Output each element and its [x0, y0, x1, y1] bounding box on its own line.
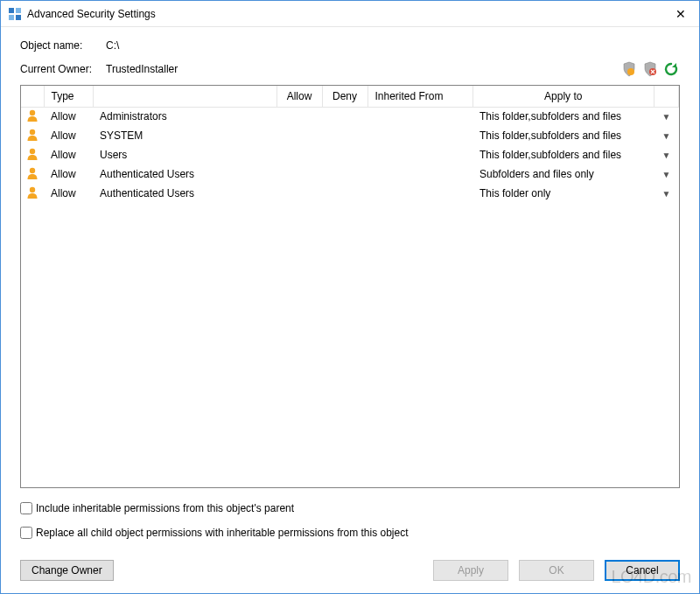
chevron-down-icon[interactable]: ▼	[662, 131, 671, 141]
cell-type: Allow	[44, 145, 93, 164]
cell-principal: SYSTEM	[93, 126, 276, 145]
current-owner-row: Current Owner: TrustedInstaller	[20, 60, 680, 78]
owner-action-shield-1-icon[interactable]	[620, 60, 638, 78]
table-row[interactable]: AllowUsersThis folder,subfolders and fil…	[21, 145, 679, 164]
cell-allow	[276, 107, 322, 126]
user-icon	[25, 147, 39, 161]
table-row[interactable]: AllowAuthenticated UsersSubfolders and f…	[21, 164, 679, 184]
table-row[interactable]: AllowAdministratorsThis folder,subfolder…	[21, 107, 679, 126]
svg-point-4	[627, 68, 634, 75]
close-icon[interactable]: ✕	[669, 7, 692, 21]
chevron-down-icon[interactable]: ▼	[662, 150, 671, 160]
replace-child-checkbox[interactable]	[20, 527, 32, 539]
replace-child-row[interactable]: Replace all child object permissions wit…	[20, 527, 680, 539]
column-header-inherited[interactable]: Inherited From	[368, 86, 472, 107]
cell-apply: This folder only	[472, 184, 654, 203]
object-name-value: C:\	[106, 39, 119, 52]
user-icon	[25, 128, 39, 142]
cell-apply: This folder,subfolders and files	[472, 107, 654, 126]
svg-point-10	[30, 186, 35, 192]
cell-allow	[276, 164, 322, 184]
user-icon	[25, 185, 39, 199]
cell-inherited	[368, 164, 472, 184]
chevron-down-icon[interactable]: ▼	[662, 112, 671, 122]
cell-principal: Administrators	[93, 107, 276, 126]
svg-rect-3	[16, 15, 21, 20]
svg-point-6	[30, 110, 35, 115]
cell-type: Allow	[44, 164, 93, 184]
cell-apply: Subfolders and files only	[472, 164, 654, 184]
svg-point-8	[30, 148, 35, 153]
cell-principal: Authenticated Users	[93, 184, 276, 203]
cell-deny	[322, 126, 368, 145]
ok-button: OK	[519, 560, 594, 581]
chevron-down-icon[interactable]: ▼	[662, 189, 671, 199]
permissions-table-container: Type Allow Deny Inherited From Apply to …	[20, 85, 680, 488]
column-header-icon[interactable]	[21, 86, 44, 107]
column-header-type[interactable]: Type	[44, 86, 93, 107]
cell-inherited	[368, 107, 472, 126]
column-header-allow[interactable]: Allow	[276, 86, 322, 107]
cell-allow	[276, 145, 322, 164]
cell-principal: Users	[93, 145, 276, 164]
cell-inherited	[368, 145, 472, 164]
svg-rect-0	[9, 8, 14, 13]
current-owner-label: Current Owner:	[20, 63, 106, 75]
svg-rect-1	[16, 8, 21, 13]
object-name-label: Object name:	[20, 39, 106, 52]
app-icon	[8, 7, 22, 21]
cell-deny	[322, 145, 368, 164]
content-area: Object name: C:\ Current Owner: TrustedI…	[1, 27, 699, 593]
change-owner-button[interactable]: Change Owner	[20, 560, 114, 581]
window-title: Advanced Security Settings	[27, 8, 669, 20]
owner-action-refresh-icon[interactable]	[662, 60, 680, 78]
column-header-apply[interactable]: Apply to	[472, 86, 654, 107]
cell-deny	[322, 107, 368, 126]
cell-deny	[322, 164, 368, 184]
cell-apply: This folder,subfolders and files	[472, 145, 654, 164]
column-header-deny[interactable]: Deny	[322, 86, 368, 107]
include-inheritable-label: Include inheritable permissions from thi…	[36, 502, 294, 514]
owner-action-shield-2-icon[interactable]	[641, 60, 659, 78]
column-header-principal[interactable]	[93, 86, 276, 107]
cell-inherited	[368, 184, 472, 203]
cell-allow	[276, 126, 322, 145]
apply-button: Apply	[433, 560, 508, 581]
include-inheritable-row[interactable]: Include inheritable permissions from thi…	[20, 502, 680, 514]
titlebar: Advanced Security Settings ✕	[1, 1, 699, 27]
user-icon	[25, 166, 39, 180]
cancel-button[interactable]: Cancel	[605, 560, 680, 581]
svg-rect-2	[9, 15, 14, 20]
cell-deny	[322, 184, 368, 203]
current-owner-value: TrustedInstaller	[106, 63, 620, 75]
cell-type: Allow	[44, 107, 93, 126]
svg-point-9	[30, 167, 35, 172]
replace-child-label: Replace all child object permissions wit…	[36, 527, 409, 539]
table-row[interactable]: AllowSYSTEMThis folder,subfolders and fi…	[21, 126, 679, 145]
cell-type: Allow	[44, 126, 93, 145]
cell-apply: This folder,subfolders and files	[472, 126, 654, 145]
permissions-table: Type Allow Deny Inherited From Apply to …	[21, 86, 679, 203]
cell-type: Allow	[44, 184, 93, 203]
user-icon	[25, 108, 39, 122]
column-header-dropdown[interactable]	[654, 86, 679, 107]
cell-inherited	[368, 126, 472, 145]
cell-allow	[276, 184, 322, 203]
table-row[interactable]: AllowAuthenticated UsersThis folder only…	[21, 184, 679, 203]
chevron-down-icon[interactable]: ▼	[662, 170, 671, 179]
button-row: Change Owner Apply OK Cancel	[20, 560, 680, 581]
cell-principal: Authenticated Users	[93, 164, 276, 184]
svg-point-7	[30, 129, 35, 134]
object-name-row: Object name: C:\	[20, 39, 680, 52]
include-inheritable-checkbox[interactable]	[20, 502, 32, 514]
